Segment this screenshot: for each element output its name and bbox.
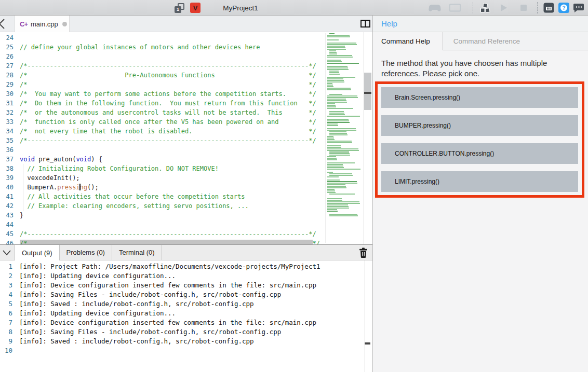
code-line[interactable]: 33/* function is only called once after … bbox=[0, 117, 320, 127]
code-segment: void bbox=[20, 156, 35, 163]
code-line[interactable]: 38 // Initializing Robot Configuration. … bbox=[0, 164, 320, 173]
code-line[interactable]: 34/* not every time that the robot is di… bbox=[0, 127, 320, 136]
device-icon bbox=[543, 3, 554, 13]
output-console[interactable]: 1[info]: Project Path: /Users/maxoffline… bbox=[0, 260, 372, 372]
minimap-line bbox=[327, 39, 339, 40]
code-segment: /* or the autonomous and usercontrol tas… bbox=[20, 109, 316, 116]
output-line-text: [info]: Device configuration inserted fe… bbox=[19, 281, 316, 289]
tab-terminal[interactable]: Terminal (0) bbox=[112, 245, 162, 260]
line-number: 29 bbox=[0, 80, 14, 89]
minimap-line bbox=[327, 61, 342, 62]
code-editor[interactable]: 2425// define your global instances of m… bbox=[0, 32, 372, 244]
line-number: 45 bbox=[0, 229, 14, 239]
back-button[interactable] bbox=[0, 18, 6, 32]
code-line[interactable]: 42 // Example: clearing encoders, settin… bbox=[0, 201, 320, 211]
minimap-line bbox=[329, 155, 350, 156]
output-line-text: [info]: Device configuration inserted fe… bbox=[19, 319, 316, 326]
minimap[interactable] bbox=[325, 33, 363, 243]
minimap-line bbox=[327, 97, 358, 98]
minimap-line bbox=[327, 46, 345, 47]
minimap-line bbox=[327, 66, 348, 67]
output-line: 5[info]: Saved : include/robot-config.h,… bbox=[0, 299, 372, 309]
tab-problems[interactable]: Problems (0) bbox=[60, 245, 112, 260]
split-editor-button[interactable] bbox=[360, 20, 370, 30]
minimap-line bbox=[327, 136, 333, 137]
reference-option-1[interactable]: Brain.Screen.pressing() bbox=[381, 87, 578, 108]
help-panel-title: Help bbox=[381, 19, 397, 28]
code-line[interactable]: 29/* */ bbox=[0, 80, 320, 89]
stop-icon bbox=[520, 4, 527, 11]
minimap-line bbox=[327, 106, 336, 107]
code-line[interactable]: 41 // All activities that occur before t… bbox=[0, 192, 320, 201]
collapse-panel-button[interactable] bbox=[2, 249, 11, 258]
clear-output-button[interactable] bbox=[359, 247, 368, 260]
download-button[interactable] bbox=[479, 0, 491, 16]
minimap-line bbox=[327, 77, 355, 78]
minimap-line bbox=[327, 99, 346, 100]
code-line[interactable]: 43} bbox=[0, 211, 320, 220]
minimap-line bbox=[327, 119, 349, 120]
minimap-line bbox=[327, 43, 356, 44]
device-info-button[interactable] bbox=[542, 0, 555, 16]
line-number: 46 bbox=[0, 239, 14, 244]
code-segment: pressi bbox=[57, 184, 79, 191]
code-line[interactable]: 32/* or the autonomous and usercontrol t… bbox=[0, 108, 320, 117]
code-segment: /* Do them in the following function. Yo… bbox=[20, 100, 316, 107]
stop-button[interactable] bbox=[519, 0, 528, 16]
minimap-line bbox=[327, 211, 338, 212]
line-number: 26 bbox=[0, 52, 14, 61]
code-line[interactable]: 36 bbox=[0, 145, 320, 155]
line-number: 27 bbox=[0, 61, 14, 71]
bottom-tabs: Output (9) Problems (0) Terminal (0) bbox=[15, 245, 162, 260]
minimap-line bbox=[327, 69, 349, 70]
code-line[interactable]: 26 bbox=[0, 52, 320, 61]
code-segment: // Example: clearing encoders, setting s… bbox=[20, 202, 249, 210]
vex-logo-button[interactable]: V bbox=[190, 0, 201, 16]
tab-output[interactable]: Output (9) bbox=[15, 245, 60, 260]
code-line[interactable]: 46/* */ bbox=[0, 239, 320, 244]
tab-command-help[interactable]: Command Help bbox=[373, 32, 443, 50]
code-line[interactable]: 39 vexcodeInit(); bbox=[0, 173, 320, 183]
output-line: 3[info]: Device configuration inserted f… bbox=[0, 281, 372, 290]
output-line-text: [info]: Saving Files - include/robot-con… bbox=[19, 328, 281, 336]
output-line-number: 9 bbox=[0, 337, 12, 346]
code-line[interactable]: 31/* Do them in the following function. … bbox=[0, 99, 320, 108]
code-line[interactable]: 45/*------------------------------------… bbox=[0, 229, 320, 239]
controller-button[interactable] bbox=[428, 0, 442, 16]
help-button[interactable]: ? bbox=[557, 0, 570, 16]
code-line[interactable]: 35/*------------------------------------… bbox=[0, 136, 320, 145]
code-line[interactable]: 37void pre_auton(void) { bbox=[0, 155, 320, 164]
indent-guide bbox=[23, 164, 23, 211]
reference-option-2[interactable]: BUMPER.pressing() bbox=[381, 115, 578, 136]
minimap-line bbox=[327, 80, 344, 81]
output-line: 2[info]: Updating device configuration..… bbox=[0, 271, 372, 281]
code-segment: /* not every time that the robot is disa… bbox=[20, 128, 316, 135]
minimap-line bbox=[327, 198, 342, 199]
code-line[interactable]: 44 bbox=[0, 220, 320, 229]
code-line[interactable]: 24 bbox=[0, 33, 320, 43]
line-number: 43 bbox=[0, 211, 14, 220]
output-line-number: 6 bbox=[0, 309, 12, 318]
tab-main-cpp[interactable]: C+ main.cpp bbox=[15, 16, 70, 32]
brain-screen-button[interactable] bbox=[448, 0, 462, 16]
output-scrollbar-track[interactable] bbox=[365, 260, 365, 372]
line-number: 35 bbox=[0, 136, 14, 145]
slot-selector-button[interactable]: 1 bbox=[175, 0, 187, 16]
minimap-line bbox=[327, 35, 350, 36]
code-line[interactable]: 25// define your global instances of mot… bbox=[0, 43, 320, 52]
editor-scrollbar-thumb[interactable] bbox=[364, 73, 371, 110]
editor-scrollbar-track[interactable] bbox=[364, 32, 372, 244]
code-line[interactable]: 30/* You may want to perform some action… bbox=[0, 89, 320, 99]
code-line[interactable]: 28/* Pre-Autonomous Functions */ bbox=[0, 71, 320, 80]
feedback-button[interactable] bbox=[572, 0, 585, 16]
code-line[interactable]: 27/*------------------------------------… bbox=[0, 61, 320, 71]
minimap-line bbox=[329, 194, 355, 195]
brain-screen-icon bbox=[449, 4, 461, 12]
tab-command-reference[interactable]: Command Reference bbox=[443, 32, 530, 50]
reference-option-4[interactable]: LIMIT.pressing() bbox=[381, 171, 578, 192]
run-button[interactable] bbox=[499, 0, 509, 16]
minimap-line bbox=[329, 52, 337, 53]
code-line[interactable]: 40 BumperA.pressing(); bbox=[0, 183, 320, 192]
reference-option-3[interactable]: CONTROLLER.BUTTON.pressing() bbox=[381, 143, 578, 164]
minimap-line bbox=[327, 89, 351, 90]
